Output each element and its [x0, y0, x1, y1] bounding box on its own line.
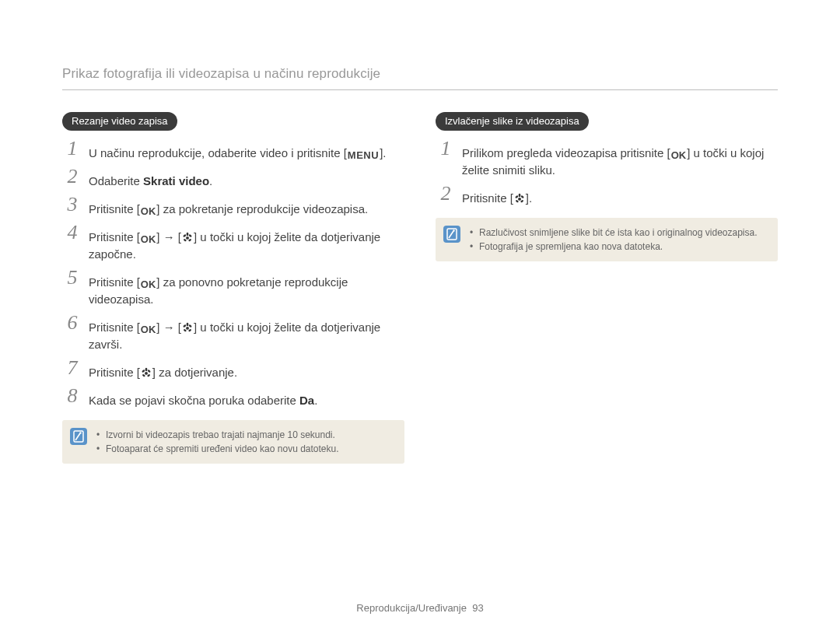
step-item: Pritisnite [OK] → [] u točki u kojoj žel… — [62, 229, 404, 263]
step-text: Prilikom pregleda videozapisa pritisnite… — [462, 146, 670, 159]
manual-page: Prikaz fotografija ili videozapisa u nač… — [0, 0, 840, 634]
page-footer: Reprodukcija/Uređivanje 93 — [0, 602, 840, 614]
macro-icon — [181, 231, 194, 243]
section-pill-extract: Izvlačenje slike iz videozapisa — [436, 112, 589, 131]
step-item: Pritisnite [OK] za ponovno pokretanje re… — [62, 274, 404, 308]
svg-point-1 — [187, 233, 189, 236]
step-text: ] → [ — [156, 321, 181, 334]
step-item: Pritisnite [OK] za pokretanje reprodukci… — [62, 201, 404, 218]
svg-point-22 — [515, 195, 519, 199]
footer-page-number: 93 — [472, 602, 483, 614]
svg-point-21 — [518, 194, 520, 198]
note-item: Izvorni bi videozapis trebao trajati naj… — [96, 428, 339, 442]
step-item: Prilikom pregleda videozapisa pritisnite… — [436, 145, 778, 179]
svg-point-27 — [453, 229, 454, 231]
svg-point-23 — [520, 195, 524, 199]
step-text: . — [209, 174, 212, 187]
step-item: U načinu reprodukcije, odaberite video i… — [62, 145, 404, 162]
svg-point-7 — [187, 323, 189, 327]
svg-point-9 — [188, 324, 192, 328]
step-item: Pritisnite [] za dotjerivanje. — [62, 364, 404, 381]
step-text: ] za dotjerivanje. — [152, 366, 237, 379]
svg-point-0 — [186, 236, 189, 240]
macro-icon — [181, 321, 194, 334]
page-header: Prikaz fotografija ili videozapisa u nač… — [62, 66, 778, 90]
svg-point-15 — [147, 370, 151, 373]
right-column: Izvlačenje slike iz videozapisa Prilikom… — [436, 112, 778, 464]
step-bold: Da — [299, 394, 314, 407]
svg-point-10 — [184, 329, 187, 332]
menu-icon: MENU — [347, 149, 380, 162]
ok-icon: OK — [140, 233, 157, 246]
svg-point-12 — [145, 372, 148, 375]
step-text: ] za pokretanje reprodukcije videozapisa… — [156, 202, 368, 215]
note-list: Izvorni bi videozapis trebao trajati naj… — [96, 428, 339, 456]
note-item: Fotoaparat će spremiti uređeni video kao… — [96, 442, 339, 456]
step-item: Pritisnite []. — [436, 190, 778, 207]
step-text: Pritisnite [ — [89, 202, 140, 215]
step-item: Kada se pojavi skočna poruka odaberite D… — [62, 392, 404, 409]
step-item: Pritisnite [OK] → [] u točki u kojoj žel… — [62, 319, 404, 353]
svg-point-8 — [183, 324, 187, 328]
ok-icon: OK — [140, 324, 157, 336]
svg-point-13 — [145, 368, 147, 372]
svg-point-19 — [79, 432, 81, 433]
svg-point-20 — [518, 198, 521, 201]
svg-point-6 — [186, 327, 189, 330]
steps-list-left: U načinu reprodukcije, odaberite video i… — [62, 145, 404, 409]
svg-point-4 — [184, 239, 187, 242]
step-text: Pritisnite [ — [89, 275, 140, 289]
steps-list-right: Prilikom pregleda videozapisa pritisnite… — [436, 145, 778, 207]
step-text: ]. — [526, 191, 532, 205]
svg-point-11 — [188, 329, 192, 332]
ok-icon: OK — [670, 149, 688, 162]
step-text: U načinu reprodukcije, odaberite video i… — [89, 146, 347, 159]
step-text: ]. — [380, 146, 386, 159]
section-pill-trim: Rezanje video zapisa — [62, 112, 177, 131]
svg-point-14 — [142, 370, 145, 373]
svg-point-25 — [520, 200, 524, 203]
step-text: Pritisnite [ — [89, 230, 140, 243]
step-text: Odaberite — [89, 174, 143, 187]
svg-point-17 — [147, 374, 151, 377]
svg-point-3 — [188, 234, 192, 238]
note-icon — [443, 226, 460, 243]
note-item: Razlučivost snimljene slike bit će ista … — [470, 226, 758, 240]
step-item: Odaberite Skrati video. — [62, 173, 404, 190]
note-box-left: Izvorni bi videozapis trebao trajati naj… — [62, 420, 404, 464]
step-text: Pritisnite [ — [462, 191, 513, 205]
note-box-right: Razlučivost snimljene slike bit će ista … — [436, 218, 778, 261]
step-text: ] → [ — [156, 230, 181, 243]
step-text: Pritisnite [ — [89, 321, 140, 334]
ok-icon: OK — [140, 205, 157, 218]
content-columns: Rezanje video zapisa U načinu reprodukci… — [62, 112, 778, 464]
macro-icon — [140, 366, 152, 379]
macro-icon — [513, 192, 526, 205]
note-item: Fotografija je spremljena kao nova datot… — [470, 240, 758, 254]
step-text: Pritisnite [ — [89, 366, 140, 379]
note-icon — [70, 428, 87, 445]
svg-point-16 — [142, 374, 145, 377]
svg-point-24 — [515, 200, 519, 203]
svg-point-5 — [188, 239, 192, 242]
step-bold: Skrati video — [143, 174, 209, 187]
footer-section: Reprodukcija/Uređivanje — [356, 602, 467, 614]
note-list: Razlučivost snimljene slike bit će ista … — [470, 226, 758, 254]
step-text: Kada se pojavi skočna poruka odaberite — [89, 394, 299, 407]
ok-icon: OK — [140, 278, 157, 291]
step-text: . — [314, 394, 317, 407]
left-column: Rezanje video zapisa U načinu reprodukci… — [62, 112, 404, 464]
svg-point-2 — [183, 234, 187, 238]
